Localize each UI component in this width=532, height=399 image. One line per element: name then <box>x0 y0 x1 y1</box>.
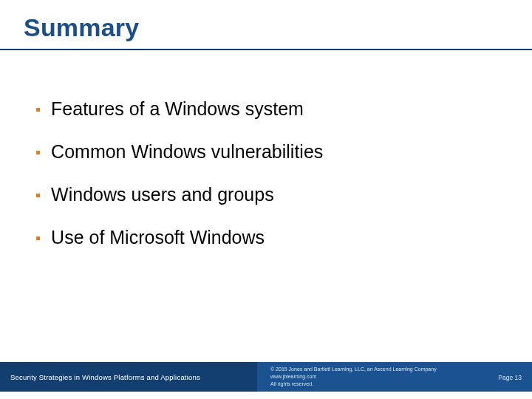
list-item: ▪ Use of Microsoft Windows <box>35 226 502 248</box>
rights-line: All rights reserved. <box>270 381 437 388</box>
bullet-text: Features of a Windows system <box>51 98 304 120</box>
bullet-icon: ▪ <box>35 99 41 120</box>
list-item: ▪ Windows users and groups <box>35 183 502 205</box>
bullet-text: Use of Microsoft Windows <box>51 226 265 248</box>
slide-title: Summary <box>24 13 532 42</box>
bullet-list: ▪ Features of a Windows system ▪ Common … <box>35 98 502 269</box>
url-line: www.jblearning.com <box>270 373 437 381</box>
bullet-icon: ▪ <box>35 228 41 248</box>
legal-block: © 2015 Jones and Bartlett Learning, LLC,… <box>270 366 437 388</box>
title-underline <box>0 49 532 50</box>
page-number: Page 13 <box>498 374 522 381</box>
bullet-text: Windows users and groups <box>51 183 274 205</box>
bullet-icon: ▪ <box>35 142 41 163</box>
book-title: Security Strategies in Windows Platforms… <box>10 373 200 381</box>
title-area: Summary <box>0 0 532 42</box>
footer-left: Security Strategies in Windows Platforms… <box>0 362 257 392</box>
list-item: ▪ Features of a Windows system <box>35 98 502 120</box>
footer: Security Strategies in Windows Platforms… <box>0 359 532 392</box>
footer-right: © 2015 Jones and Bartlett Learning, LLC,… <box>257 362 532 392</box>
slide: Summary ▪ Features of a Windows system ▪… <box>0 0 532 399</box>
list-item: ▪ Common Windows vulnerabilities <box>35 140 502 163</box>
copyright-line: © 2015 Jones and Bartlett Learning, LLC,… <box>270 366 437 373</box>
bullet-icon: ▪ <box>35 185 41 205</box>
bullet-text: Common Windows vulnerabilities <box>51 140 323 163</box>
